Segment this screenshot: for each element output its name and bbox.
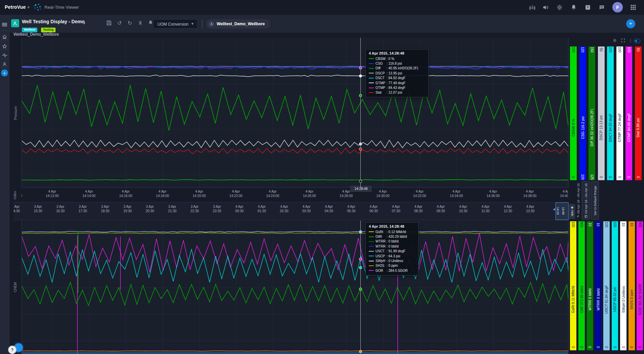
- scale-bar-sh2s[interactable]: 10SH2S 0 ppm0: [629, 221, 635, 350]
- app-network-logo-icon: [32, 2, 42, 14]
- scale-max: 100: [570, 48, 577, 52]
- series-name: WTRR: [375, 239, 387, 243]
- instrument-status-icon[interactable]: [529, 4, 536, 11]
- scale-bar-uscp[interactable]: 100USCP 65.52 psi0: [612, 221, 618, 350]
- series-line-wtrr: [22, 350, 568, 351]
- sidebar-divider: [1, 49, 8, 50]
- app-name: Real-Time Viewer: [44, 5, 79, 10]
- scale-bar-label: Stat 9.88 psi: [635, 81, 642, 174]
- user-avatar[interactable]: F: [612, 2, 623, 12]
- scale-bar-label: DSCT 84.93 degF: [607, 81, 614, 174]
- series-line-oilr: [22, 282, 568, 305]
- scale-bar-wtrr[interactable]: 10WTRR 0 bbl/d0: [595, 221, 601, 350]
- scale-bar-dscp[interactable]: 50DSCP 13.13 psi0: [598, 46, 605, 180]
- series-value: : 84.43 degF: [387, 86, 405, 90]
- chart-cursor-line[interactable]: [360, 38, 361, 187]
- chem-chart-plot[interactable]: [22, 221, 569, 354]
- series-swatch: [369, 256, 374, 256]
- audio-icon[interactable]: [542, 4, 549, 11]
- x-axis-tick: 4 Apr14:18:00: [149, 189, 176, 198]
- alerts-icon[interactable]: [584, 4, 591, 11]
- set-default-range-button[interactable]: Set to Default Range: [591, 181, 599, 220]
- series-name: OilR: [375, 235, 387, 238]
- sidebar-add-button[interactable]: +: [1, 69, 8, 76]
- brand-logo[interactable]: PetroVue: [5, 4, 26, 10]
- undo-icon[interactable]: ↺: [116, 20, 123, 27]
- series-swatch: [369, 231, 374, 232]
- wellbore-chip[interactable]: Welltest_Demo_Wellbore: [206, 19, 270, 29]
- scale-max: 150: [588, 48, 595, 52]
- tooltip-row: USCT: 91.99 degF: [369, 249, 415, 254]
- apps-grid-icon[interactable]: [630, 4, 637, 11]
- series-line-gtmp: [22, 75, 568, 77]
- index-timeline[interactable]: 3 Apr14:303 Apr15:303 Apr16:303 Apr17:30…: [13, 202, 568, 220]
- tooltip-row: SH2S: 0 ppm: [369, 263, 415, 268]
- plot-bottom-scroll-edge[interactable]: [22, 353, 568, 353]
- selection-start-time: 14:10: [556, 202, 560, 219]
- pressure-chart-plot[interactable]: [22, 38, 569, 188]
- sidebar-divider: [1, 40, 8, 40]
- tooltip-row: DSCP: 13.95 psi: [369, 71, 425, 75]
- series-value: : 0 bbl/d: [387, 245, 399, 248]
- redo-icon[interactable]: ↻: [127, 20, 133, 27]
- panel-link-toggle[interactable]: [634, 39, 640, 43]
- scale-bar-oilr[interactable]: 900OilR 372.89 bbl/d0: [578, 221, 585, 350]
- scale-bar-diff[interactable]: 150Diff 36.32 inH2O(39.2F)125: [588, 46, 595, 180]
- scale-bar-cbsw[interactable]: 100CBSW 0 %0: [570, 46, 577, 180]
- feedback-chat-icon[interactable]: [598, 4, 605, 11]
- tooltip-row: OilR: 430.29 bbl/d: [369, 234, 415, 239]
- realtime-viewer-app: PetroVue ▶ Real-Time Viewer F Well Testi…: [0, 0, 644, 354]
- display-selector-caret-icon[interactable]: ▼: [82, 21, 86, 25]
- chem-chart-canvas: [22, 221, 568, 354]
- series-swatch: [369, 88, 374, 88]
- series-value: : 12.07 psi: [387, 91, 402, 94]
- scale-bar-swph[interactable]: 10SWpH 0 Unitless0: [620, 221, 627, 350]
- scale-bar-gtmp[interactable]: 100GTMP 77.24 degF0: [616, 46, 623, 180]
- scale-max: 10: [587, 223, 593, 226]
- menu-hamburger-icon[interactable]: [0, 20, 9, 29]
- cursor-data-dot: [359, 148, 362, 151]
- current-range-button[interactable]: 03 Apr 15 - 04 Apr 15: [582, 181, 590, 220]
- scale-bar-dsct[interactable]: 100DSCT 84.93 degF0: [607, 46, 614, 180]
- display-title: Well Testing Display - Demo: [22, 19, 84, 24]
- settings-gear-icon[interactable]: [556, 4, 563, 11]
- scale-min: 0: [587, 345, 593, 349]
- scale-max: 900: [578, 223, 585, 226]
- add-display-button[interactable]: +: [626, 19, 635, 28]
- sidebar-item-trends[interactable]: [0, 51, 9, 60]
- scale-bar-usct[interactable]: 100USCT 91.84 degF0: [603, 221, 610, 350]
- hide-timeline-button[interactable]: ▶ Hide: [569, 204, 575, 219]
- scale-bar-stat[interactable]: 50Stat 9.88 psi0: [635, 46, 642, 180]
- series-line-uscp: [22, 249, 568, 283]
- scale-bar-gsrt[interactable]: 100GsRt 0.11 MMcfd0: [570, 221, 576, 350]
- wellbore-chip-label: Welltest_Demo_Wellbore: [217, 22, 265, 26]
- series-swatch: [369, 68, 374, 69]
- scale-min: 0: [578, 345, 585, 349]
- x-axis-tick: 4 Apr14:26:00: [296, 189, 323, 198]
- help-button[interactable]: ?: [8, 346, 16, 354]
- scale-min: 0: [629, 345, 635, 349]
- series-line-diff: [22, 85, 568, 131]
- chart-cursor-line[interactable]: [360, 221, 361, 354]
- scale-bar-gor[interactable]: 400GOR 301.82 SGOR0: [637, 221, 643, 350]
- tooltip-row: DSCT: 84.92 degF: [369, 76, 425, 81]
- scale-bar-otmp[interactable]: 100OTMP 84.06 degF0: [625, 46, 632, 180]
- series-name: SWpH: [375, 259, 387, 263]
- tracing-icon[interactable]: [137, 20, 144, 27]
- save-icon[interactable]: [106, 20, 112, 27]
- brand-caret-icon: ▶: [28, 5, 30, 9]
- uom-caret-icon[interactable]: ▼: [191, 22, 194, 26]
- top-bar: PetroVue ▶ Real-Time Viewer F: [0, 0, 644, 15]
- series-swatch: [369, 246, 374, 247]
- panel-expand-icon[interactable]: [620, 38, 626, 43]
- panel-settings-gear-icon[interactable]: [612, 38, 617, 43]
- notifications-bell-icon[interactable]: [570, 4, 577, 11]
- scale-bar-wtrr[interactable]: 10WTRR 0 bbl/d0: [587, 221, 593, 350]
- cursor-data-dot: [359, 258, 362, 261]
- alarm-bell-icon[interactable]: [147, 20, 154, 27]
- scale-max: 10: [629, 223, 635, 226]
- timeline-selection-handle-icon[interactable]: ◀: [553, 207, 555, 211]
- panel-kebab-menu-icon[interactable]: ⋮: [628, 38, 633, 43]
- scale-min: 0: [637, 345, 643, 349]
- scale-bar-csg[interactable]: 120CSG 116.2 psi100: [579, 46, 586, 180]
